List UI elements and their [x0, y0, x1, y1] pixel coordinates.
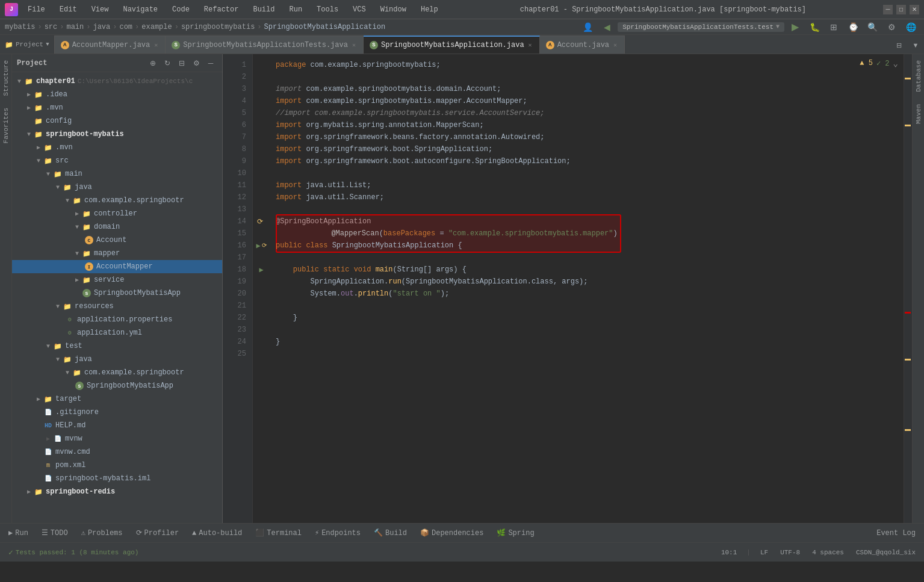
tree-item-springbootapp-test[interactable]: S SpringbootMybatisApp [12, 379, 222, 392]
tree-item-package-test[interactable]: ▼ 📁 com.example.springbootr [12, 366, 222, 379]
sidebar-settings-btn[interactable]: ⚙ [190, 57, 203, 70]
database-panel-label[interactable]: Database [914, 54, 923, 98]
breadcrumb-git-btn[interactable]: 👤 [579, 19, 596, 36]
autobuild-tab[interactable]: ▲ Auto-build [186, 525, 248, 542]
tree-item-domain[interactable]: ▼ 📁 domain [12, 220, 222, 234]
menu-vcs[interactable]: VCS [348, 4, 371, 16]
tree-item-target[interactable]: ▶ 📁 target [12, 392, 222, 406]
tree-item-controller[interactable]: ▶ 📁 controller [12, 207, 222, 220]
code-view[interactable]: 1 2 3 4 5 6 7 8 9 10 11 12 13 14 15 16 1… [223, 54, 912, 523]
menu-help[interactable]: Help [416, 4, 443, 16]
debug-button[interactable]: 🐛 [806, 19, 823, 36]
test-status[interactable]: ✓ Tests passed: 1 (8 minutes ago) [5, 548, 142, 557]
sidebar-add-btn[interactable]: ⊕ [146, 57, 160, 70]
breadcrumb-mybatis[interactable]: mybatis [5, 23, 35, 31]
tab-account[interactable]: A Account.java ✕ [540, 36, 625, 54]
tab-springboottests[interactable]: S SpringbootMybatisApplicationTests.java… [166, 36, 364, 54]
tab-split-btn[interactable]: ⊟ [890, 37, 907, 54]
problems-tab[interactable]: ⚠ Problems [75, 525, 129, 542]
profiler-tab[interactable]: ⟳ Profiler [130, 525, 185, 542]
cursor-position[interactable]: 10:1 [718, 549, 740, 556]
todo-tab[interactable]: ☰ TODO [36, 525, 74, 542]
sidebar-sync-btn[interactable]: ↻ [161, 57, 174, 70]
maven-panel-label[interactable]: Maven [914, 98, 923, 130]
right-gutter[interactable] [904, 54, 912, 523]
tree-item-mvnw[interactable]: ▶ 📄 mvnw [12, 432, 222, 445]
tree-item-mvn2[interactable]: ▶ 📁 .mvn [12, 141, 222, 154]
run-button[interactable]: ▶ [787, 19, 804, 36]
project-panel-toggle[interactable]: 📁 Project ▼ [0, 36, 55, 54]
spring-tab[interactable]: 🌿 Spring [491, 525, 540, 542]
close-button[interactable]: ✕ [910, 5, 919, 14]
dependencies-tab[interactable]: 📦 Dependencies [414, 525, 489, 542]
menu-file[interactable]: File [23, 4, 50, 16]
tab-springbootapp[interactable]: S SpringbootMybatisApplication.java ✕ [364, 36, 540, 54]
tree-item-java-test[interactable]: ▼ 📁 java [12, 353, 222, 366]
tree-item-springboot-redis[interactable]: ▶ 📁 springboot-redis [12, 485, 222, 498]
tab-more-btn[interactable]: ▼ [907, 37, 924, 54]
tree-item-springboot-mybatis[interactable]: ▼ 📁 springboot-mybatis [12, 128, 222, 141]
run-icon-18[interactable]: ▶ [259, 265, 263, 274]
breadcrumb-springbootmybatis[interactable]: springbootmybatis [181, 23, 255, 31]
run-config-dropdown[interactable]: SpringbootMybatisApplicationTests.test ▼ [618, 22, 784, 32]
endpoints-tab[interactable]: ⚡ Endpoints [309, 525, 367, 542]
settings-button[interactable]: ⚙ [883, 19, 900, 36]
gutter-run-16[interactable]: ▶ ⟳ [254, 240, 268, 252]
breadcrumb-example[interactable]: example [141, 23, 172, 31]
menu-build[interactable]: Build [248, 4, 279, 16]
menu-refactor[interactable]: Refactor [199, 4, 244, 16]
tree-item-mvn1[interactable]: ▶ 📁 .mvn [12, 101, 222, 114]
build-tab[interactable]: 🔨 Build [368, 525, 413, 542]
tree-item-test[interactable]: ▼ 📁 test [12, 339, 222, 353]
tree-item-package[interactable]: ▼ 📁 com.example.springbootr [12, 194, 222, 207]
menu-window[interactable]: Window [376, 4, 411, 16]
structure-panel-label[interactable]: Structure [1, 54, 11, 102]
expand-icon[interactable]: ⌄ [893, 58, 898, 69]
tab-close-account[interactable]: ✕ [612, 41, 618, 49]
run-tab[interactable]: ▶ Run [2, 525, 34, 542]
sidebar-collapse-btn[interactable]: ⊟ [175, 57, 188, 70]
tree-item-gitignore[interactable]: 📄 .gitignore [12, 406, 222, 419]
code-content[interactable]: package com.example.springbootmybatis; i… [270, 54, 904, 523]
breadcrumb-src[interactable]: src [45, 23, 58, 31]
event-log-tab[interactable]: Event Log [870, 525, 922, 542]
tree-item-pom-xml[interactable]: m pom.xml [12, 459, 222, 472]
maximize-button[interactable]: □ [896, 5, 906, 14]
tab-accountmapper[interactable]: A AccountMapper.java ✕ [55, 36, 166, 54]
tree-item-chapter01[interactable]: ▼ 📁 chapter01 C:\Users\86136\IdeaProject… [12, 75, 222, 88]
menu-code[interactable]: Code [167, 4, 194, 16]
tree-item-app-props[interactable]: ⚙ application.properties [12, 313, 222, 326]
tree-item-mapper[interactable]: ▼ 📁 mapper [12, 247, 222, 260]
sidebar-minimize-btn[interactable]: ─ [204, 57, 217, 70]
coverage-button[interactable]: ⊞ [825, 19, 842, 36]
tree-item-iml[interactable]: 📄 springboot-mybatis.iml [12, 472, 222, 485]
minimize-button[interactable]: ─ [883, 5, 893, 14]
menu-view[interactable]: View [87, 4, 114, 16]
tree-item-idea[interactable]: ▶ 📁 .idea [12, 88, 222, 101]
tree-item-main[interactable]: ▼ 📁 main [12, 167, 222, 181]
tab-close-app[interactable]: ✕ [527, 41, 533, 49]
menu-tools[interactable]: Tools [312, 4, 343, 16]
update-button[interactable]: 🌐 [902, 19, 919, 36]
menu-navigate[interactable]: Navigate [118, 4, 163, 16]
breadcrumb-com[interactable]: com [119, 23, 132, 31]
tree-item-account[interactable]: C Account [12, 234, 222, 247]
search-everywhere-button[interactable]: 🔍 [864, 19, 881, 36]
tab-close-accountmapper[interactable]: ✕ [153, 41, 159, 49]
menu-run[interactable]: Run [284, 4, 307, 16]
menu-edit[interactable]: Edit [55, 4, 82, 16]
tree-item-resources[interactable]: ▼ 📁 resources [12, 300, 222, 313]
tree-item-mvnw-cmd[interactable]: 📄 mvnw.cmd [12, 445, 222, 459]
run-icon-16[interactable]: ▶ [256, 241, 260, 250]
indent-setting[interactable]: 4 spaces [808, 549, 848, 556]
tree-item-help-md[interactable]: HD HELP.md [12, 419, 222, 432]
tab-close-tests[interactable]: ✕ [351, 41, 357, 49]
profile-button[interactable]: ⌚ [845, 19, 861, 36]
charset[interactable]: UTF-8 [777, 549, 804, 556]
tree-item-service[interactable]: ▶ 📁 service [12, 273, 222, 286]
gutter-run-18[interactable]: ▶ [256, 264, 266, 276]
breadcrumb-java[interactable]: java [93, 23, 110, 31]
tree-item-accountmapper[interactable]: I AccountMapper [12, 260, 222, 273]
tree-item-springbootapp[interactable]: S SpringbootMybatisApp [12, 286, 222, 300]
tree-item-app-yml[interactable]: ⚙ application.yml [12, 326, 222, 339]
